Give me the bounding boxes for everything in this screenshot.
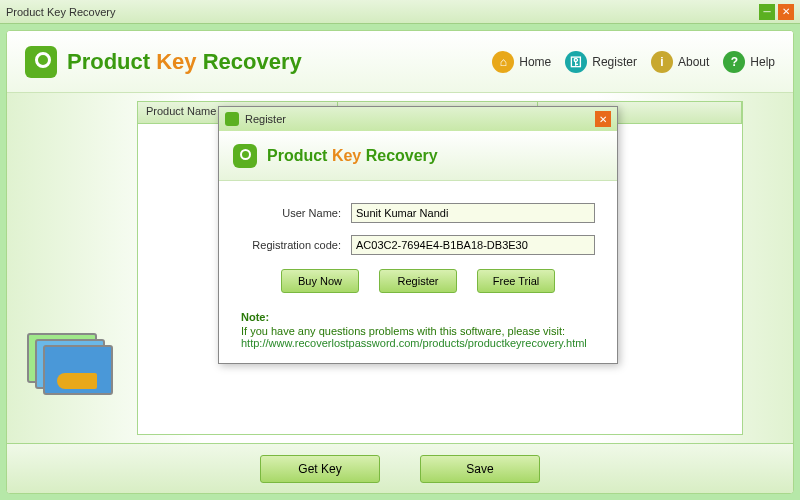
register-dialog: Register ✕ Product Key Recovery User Nam… xyxy=(218,106,618,364)
help-button[interactable]: ?Help xyxy=(723,51,775,73)
note-text: If you have any questions problems with … xyxy=(241,325,595,337)
get-key-button[interactable]: Get Key xyxy=(260,455,380,483)
about-button[interactable]: iAbout xyxy=(651,51,709,73)
window-title: Product Key Recovery xyxy=(6,6,756,18)
dialog-header: Product Key Recovery xyxy=(219,131,617,181)
titlebar: Product Key Recovery ─ ✕ xyxy=(0,0,800,24)
free-trial-button[interactable]: Free Trial xyxy=(477,269,555,293)
app-title: Product Key Recovery xyxy=(67,49,302,75)
info-icon: i xyxy=(651,51,673,73)
app-logo-icon xyxy=(25,46,57,78)
dialog-app-title: Product Key Recovery xyxy=(267,147,438,165)
dialog-logo-icon xyxy=(225,112,239,126)
save-button[interactable]: Save xyxy=(420,455,540,483)
monitor-key-icon xyxy=(27,333,117,413)
note-link[interactable]: http://www.recoverlostpassword.com/produ… xyxy=(241,337,595,349)
bottom-bar: Get Key Save xyxy=(7,443,793,493)
regcode-label: Registration code: xyxy=(241,239,351,251)
username-label: User Name: xyxy=(241,207,351,219)
dialog-title: Register xyxy=(245,113,286,125)
minimize-button[interactable]: ─ xyxy=(759,4,775,20)
username-input[interactable] xyxy=(351,203,595,223)
close-button[interactable]: ✕ xyxy=(778,4,794,20)
dialog-body: User Name: Registration code: Buy Now Re… xyxy=(219,181,617,363)
sidebar-decoration xyxy=(7,93,137,443)
dialog-register-button[interactable]: Register xyxy=(379,269,457,293)
home-button[interactable]: ⌂Home xyxy=(492,51,551,73)
dialog-titlebar[interactable]: Register ✕ xyxy=(219,107,617,131)
note-label: Note: xyxy=(241,311,595,323)
buy-now-button[interactable]: Buy Now xyxy=(281,269,359,293)
help-icon: ? xyxy=(723,51,745,73)
register-button[interactable]: ⚿Register xyxy=(565,51,637,73)
home-icon: ⌂ xyxy=(492,51,514,73)
dialog-app-logo-icon xyxy=(233,144,257,168)
header: Product Key Recovery ⌂Home ⚿Register iAb… xyxy=(7,31,793,93)
regcode-input[interactable] xyxy=(351,235,595,255)
key-icon: ⚿ xyxy=(565,51,587,73)
dialog-close-button[interactable]: ✕ xyxy=(595,111,611,127)
